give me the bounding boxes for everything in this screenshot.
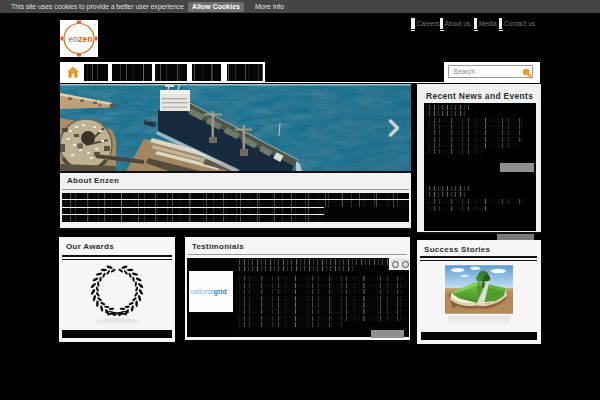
svg-text:enzen: enzen bbox=[68, 34, 92, 44]
